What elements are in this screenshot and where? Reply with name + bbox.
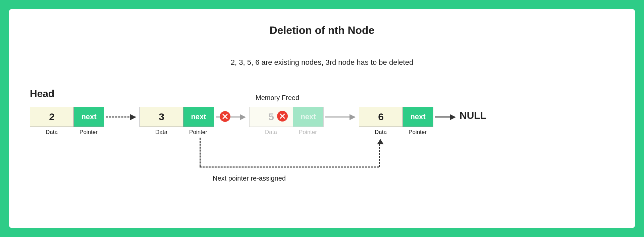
- node-6-data-label: Data: [359, 129, 402, 136]
- diagram-subtitle: 2, 3, 5, 6 are existing nodes, 3rd node …: [9, 58, 635, 67]
- node-6: 6 next: [359, 107, 433, 127]
- node-6-next: next: [403, 107, 433, 127]
- node-3-data-label: Data: [140, 129, 183, 136]
- node-6-sublabels: Data Pointer: [359, 129, 433, 136]
- reassign-path-down: [200, 138, 201, 167]
- arrowhead-icon: [240, 114, 246, 120]
- x-icon: [222, 114, 228, 119]
- arrowhead-icon: [350, 114, 356, 120]
- node-3-sublabels: Data Pointer: [140, 129, 213, 136]
- node-2-pointer-label: Pointer: [73, 129, 104, 136]
- node-3-next: next: [183, 107, 214, 127]
- diagram-title: Deletion of nth Node: [9, 9, 635, 37]
- arrowhead-up-icon: [377, 139, 384, 144]
- head-label: Head: [30, 88, 54, 99]
- node-2: 2 next: [30, 107, 104, 127]
- node-2-data-label: Data: [30, 129, 73, 136]
- reassigned-label: Next pointer re-assigned: [213, 175, 286, 182]
- arrowhead-icon: [130, 114, 136, 120]
- node-3-data: 3: [140, 107, 183, 127]
- delete-node-icon: [277, 111, 288, 122]
- node-3-pointer-label: Pointer: [183, 129, 213, 136]
- cancel-link-icon: [220, 111, 230, 122]
- memory-freed-label: Memory Freed: [256, 94, 299, 102]
- diagram-card: Deletion of nth Node 2, 3, 5, 6 are exis…: [9, 9, 635, 228]
- node-2-data: 2: [30, 107, 74, 127]
- node-5-pointer-label: Pointer: [293, 129, 323, 136]
- node-3: 3 next: [140, 107, 214, 127]
- node-6-pointer-label: Pointer: [402, 129, 433, 136]
- reassign-path-across: [200, 167, 379, 168]
- x-icon: [280, 113, 285, 119]
- node-2-next: next: [74, 107, 104, 127]
- node-5-next: next: [293, 107, 323, 127]
- arrowhead-icon: [450, 114, 456, 120]
- reassign-path-up: [379, 144, 380, 167]
- arrow-2-to-3: [106, 116, 136, 117]
- node-5-data-label: Data: [249, 129, 293, 136]
- null-label: NULL: [460, 110, 486, 121]
- arrow-6-to-null: [435, 116, 455, 117]
- arrow-5-to-6: [325, 116, 355, 117]
- node-2-sublabels: Data Pointer: [30, 129, 104, 136]
- node-6-data: 6: [359, 107, 403, 127]
- node-5-sublabels: Data Pointer: [249, 129, 323, 136]
